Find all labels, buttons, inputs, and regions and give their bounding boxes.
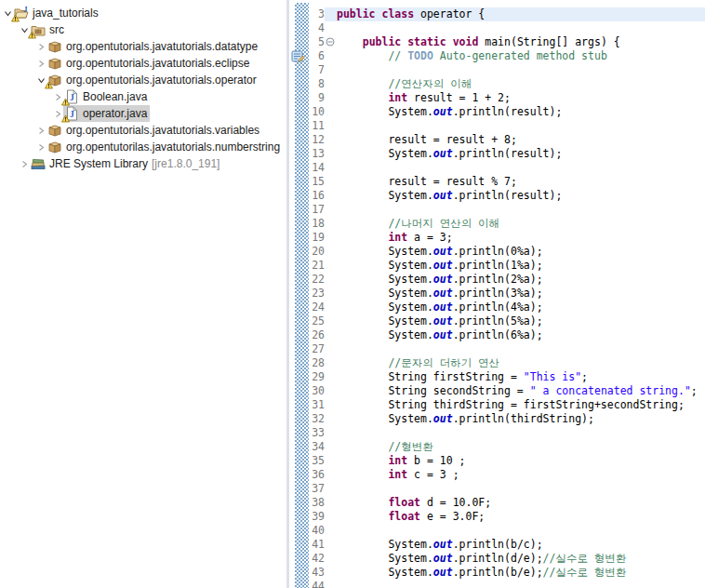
code-text[interactable]: System.out.println(result); — [336, 147, 705, 161]
code-line-29[interactable]: 29 String firstString = "This is"; — [289, 370, 705, 384]
code-line-4[interactable]: 4 — [289, 21, 705, 35]
tree-item-operator-java[interactable]: J operator.java — [0, 105, 286, 122]
code-line-13[interactable]: 13 System.out.println(result); — [289, 147, 705, 161]
code-text[interactable]: //문자의 더하기 연산 — [336, 356, 705, 370]
code-text[interactable]: public class operator { — [336, 7, 705, 21]
task-marker-icon[interactable] — [291, 50, 305, 63]
code-line-22[interactable]: 22 System.out.println(2%a); — [289, 273, 705, 287]
code-line-6[interactable]: 6 // TODO Auto-generated method stub — [289, 49, 705, 63]
code-line-42[interactable]: 42 System.out.println(d/e);//실수로 형변환 — [289, 552, 705, 566]
code-text[interactable]: System.out.println(b/c); — [336, 538, 705, 552]
code-text[interactable]: int b = 10 ; — [336, 454, 705, 468]
code-line-32[interactable]: 32 System.out.println(thirdString); — [289, 412, 705, 426]
code-text[interactable] — [336, 119, 705, 133]
code-text[interactable]: System.out.println(b/e);//실수로 형변환 — [336, 566, 705, 580]
code-text[interactable] — [336, 21, 705, 35]
code-text[interactable]: System.out.println(4%a); — [336, 301, 705, 314]
tree-item-org-opentutorilas-javatutorials-numberstri[interactable]: org.opentutorilas.javatutorials.numberst… — [0, 139, 286, 155]
code-line-8[interactable]: 8 //연산자의 이해 — [289, 77, 705, 91]
code-line-14[interactable]: 14 — [289, 161, 705, 175]
code-text[interactable] — [336, 580, 705, 588]
code-text[interactable]: float e = 3.0F; — [336, 510, 705, 524]
code-text[interactable]: // TODO Auto-generated method stub — [336, 49, 705, 63]
tree-item-org-opentutorials-javatutorials-datatype[interactable]: org.opentutorials.javatutorials.datatype — [0, 38, 286, 55]
code-line-30[interactable]: 30 String secondString = " a concatenate… — [289, 384, 705, 398]
code-text[interactable] — [336, 342, 705, 356]
tree-item-org-opentutorials-javatutorials-variables[interactable]: org.opentutorials.javatutorials.variable… — [0, 122, 286, 139]
code-line-31[interactable]: 31 String thirdString = firstString+seco… — [289, 398, 705, 412]
code-text[interactable] — [336, 524, 705, 538]
code-line-41[interactable]: 41 System.out.println(b/c); — [289, 538, 705, 552]
code-text[interactable] — [336, 426, 705, 440]
code-text[interactable]: System.out.println(2%a); — [336, 273, 705, 287]
code-text[interactable] — [336, 161, 705, 175]
code-text[interactable]: int result = 1 + 2; — [336, 91, 705, 105]
code-text[interactable] — [336, 63, 705, 77]
code-line-19[interactable]: 19 int a = 3; — [289, 231, 705, 245]
tree-item-boolean-java[interactable]: J Boolean.java — [0, 88, 286, 105]
code-line-33[interactable]: 33 — [289, 426, 705, 440]
chevron-right-icon — [37, 43, 46, 51]
code-line-25[interactable]: 25 System.out.println(5%a); — [289, 314, 705, 328]
code-text[interactable]: //형변환 — [336, 440, 705, 454]
code-text[interactable]: System.out.println(result); — [336, 189, 705, 203]
code-line-40[interactable]: 40 — [289, 524, 705, 538]
code-line-24[interactable]: 24 System.out.println(4%a); — [289, 301, 705, 314]
code-line-27[interactable]: 27 — [289, 342, 705, 356]
code-line-43[interactable]: 43 System.out.println(b/e);//실수로 형변환 — [289, 566, 705, 580]
code-line-18[interactable]: 18 //나머지 연산의 이해 — [289, 217, 705, 231]
code-text[interactable]: System.out.println(result); — [336, 105, 705, 119]
code-line-9[interactable]: 9 int result = 1 + 2; — [289, 91, 705, 105]
code-text[interactable]: result = result % 7; — [336, 175, 705, 189]
code-text[interactable]: int a = 3; — [336, 231, 705, 245]
code-line-10[interactable]: 10 System.out.println(result); — [289, 105, 705, 119]
code-text[interactable]: String thirdString = firstString+secondS… — [336, 398, 705, 412]
code-line-20[interactable]: 20 System.out.println(0%a); — [289, 245, 705, 259]
code-text[interactable] — [336, 482, 705, 496]
code-text[interactable]: System.out.println(5%a); — [336, 314, 705, 328]
code-text[interactable]: System.out.println(0%a); — [336, 245, 705, 259]
code-text[interactable]: float d = 10.0F; — [336, 496, 705, 510]
code-line-34[interactable]: 34 //형변환 — [289, 440, 705, 454]
tree-item-java-tutorials[interactable]: J java_tutorials — [0, 5, 286, 21]
tree-item-org-opentutorials-javatutorials-operator[interactable]: org.opentutorials.javatutorials.operator — [0, 72, 286, 88]
code-text[interactable]: int c = 3 ; — [336, 468, 705, 482]
code-text[interactable]: System.out.println(1%a); — [336, 259, 705, 273]
code-line-15[interactable]: 15 result = result % 7; — [289, 175, 705, 189]
code-text[interactable]: //연산자의 이해 — [336, 77, 705, 91]
code-text[interactable]: //나머지 연산의 이해 — [336, 217, 705, 231]
code-line-12[interactable]: 12 result = result + 8; — [289, 133, 705, 147]
code-text[interactable]: String secondString = " a concatenated s… — [336, 384, 705, 398]
code-text[interactable]: System.out.println(6%a); — [336, 328, 705, 342]
tree-item-jre-system-library[interactable]: JRE System Library [jre1.8.0_191] — [0, 155, 286, 172]
code-text[interactable]: String firstString = "This is"; — [336, 370, 705, 384]
code-line-35[interactable]: 35 int b = 10 ; — [289, 454, 705, 468]
code-line-36[interactable]: 36 int c = 3 ; — [289, 468, 705, 482]
tree-item-org-opentutorials-javatutorials-eclipse[interactable]: org.opentutorials.javatutorials.eclipse — [0, 55, 286, 72]
code-text[interactable]: public static void main(String[] args) { — [336, 35, 705, 49]
code-line-23[interactable]: 23 System.out.println(3%a); — [289, 287, 705, 301]
code-text[interactable]: System.out.println(3%a); — [336, 287, 705, 301]
code-line-5[interactable]: 5 public static void main(String[] args)… — [289, 35, 705, 49]
tree-item-src[interactable]: src — [0, 21, 286, 38]
code-line-37[interactable]: 37 — [289, 482, 705, 496]
code-line-16[interactable]: 16 System.out.println(result); — [289, 189, 705, 203]
code-text[interactable] — [336, 203, 705, 217]
code-text[interactable]: System.out.println(d/e);//실수로 형변환 — [336, 552, 705, 566]
code-line-11[interactable]: 11 — [289, 119, 705, 133]
marker-bar-cell — [289, 538, 310, 552]
code-line-39[interactable]: 39 float e = 3.0F; — [289, 510, 705, 524]
code-line-7[interactable]: 7 — [289, 63, 705, 77]
code-line-44[interactable]: 44 — [289, 580, 705, 588]
code-line-28[interactable]: 28 //문자의 더하기 연산 — [289, 356, 705, 370]
code-line-26[interactable]: 26 System.out.println(6%a); — [289, 328, 705, 342]
fold-collapse-icon[interactable] — [326, 37, 335, 47]
code-line-3[interactable]: 3 public class operator { — [289, 7, 705, 21]
package-explorer[interactable]: J java_tutorials src org.opentutorials.j… — [0, 0, 286, 588]
code-text[interactable]: result = result + 8; — [336, 133, 705, 147]
code-editor[interactable]: 3 public class operator { 4 5 public sta… — [289, 0, 705, 588]
code-line-17[interactable]: 17 — [289, 203, 705, 217]
code-text[interactable]: System.out.println(thirdString); — [336, 412, 705, 426]
code-line-21[interactable]: 21 System.out.println(1%a); — [289, 259, 705, 273]
code-line-38[interactable]: 38 float d = 10.0F; — [289, 496, 705, 510]
